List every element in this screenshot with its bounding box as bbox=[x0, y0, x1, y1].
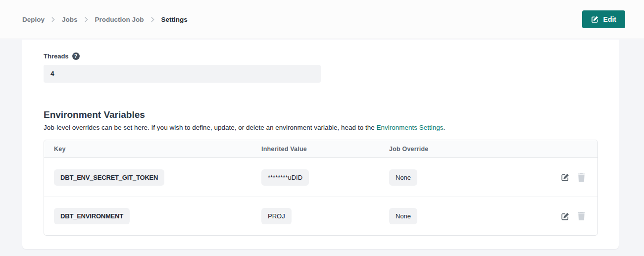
threads-label: Threads bbox=[44, 52, 69, 60]
inherited-value-chip: PROJ bbox=[261, 208, 292, 224]
chevron-right-icon bbox=[51, 17, 55, 22]
environment-variables-title: Environment Variables bbox=[44, 109, 619, 120]
top-header-bar: Deploy Jobs Production Job Settings Edit bbox=[0, 0, 644, 39]
description-period: . bbox=[444, 124, 446, 131]
column-header-job-override: Job Override bbox=[389, 146, 533, 153]
trash-icon bbox=[577, 173, 586, 182]
job-override-chip: None bbox=[389, 169, 417, 186]
row-edit-button[interactable] bbox=[561, 212, 570, 221]
table-row: DBT_ENV_SECRET_GIT_TOKEN ********uDID No… bbox=[44, 158, 597, 197]
breadcrumb-item-jobs[interactable]: Jobs bbox=[62, 16, 78, 23]
job-override-chip: None bbox=[389, 208, 417, 224]
table-row: DBT_ENVIRONMENT PROJ None bbox=[44, 197, 597, 235]
trash-icon bbox=[577, 212, 586, 220]
row-edit-button[interactable] bbox=[561, 173, 570, 182]
edit-button[interactable]: Edit bbox=[582, 10, 625, 28]
env-vars-table: Key Inherited Value Job Override DBT_ENV… bbox=[44, 140, 598, 236]
breadcrumb-item-deploy[interactable]: Deploy bbox=[22, 16, 45, 23]
row-delete-button[interactable] bbox=[577, 212, 586, 220]
edit-pencil-icon bbox=[561, 173, 570, 182]
row-delete-button[interactable] bbox=[577, 173, 586, 182]
description-text: Job-level overrides can be set here. If … bbox=[44, 124, 376, 131]
column-header-key: Key bbox=[54, 146, 261, 153]
chevron-right-icon bbox=[151, 17, 154, 22]
breadcrumb-item-production-job[interactable]: Production Job bbox=[95, 16, 144, 23]
chevron-right-icon bbox=[85, 17, 88, 22]
edit-button-label: Edit bbox=[603, 15, 616, 23]
breadcrumb: Deploy Jobs Production Job Settings bbox=[22, 16, 188, 23]
env-var-key-chip: DBT_ENV_SECRET_GIT_TOKEN bbox=[54, 169, 164, 186]
column-header-inherited-value: Inherited Value bbox=[261, 146, 389, 153]
env-var-key-chip: DBT_ENVIRONMENT bbox=[54, 208, 130, 224]
breadcrumb-item-settings: Settings bbox=[161, 16, 188, 23]
edit-pencil-icon bbox=[591, 15, 599, 23]
question-circle-icon[interactable]: ? bbox=[72, 52, 80, 60]
inherited-value-chip: ********uDID bbox=[261, 169, 309, 186]
edit-pencil-icon bbox=[561, 212, 570, 221]
settings-panel: Threads ? 4 Environment Variables Job-le… bbox=[22, 40, 619, 249]
environment-variables-description: Job-level overrides can be set here. If … bbox=[44, 124, 619, 131]
threads-field: 4 bbox=[44, 65, 321, 83]
table-header-row: Key Inherited Value Job Override bbox=[44, 140, 597, 158]
environments-settings-link[interactable]: Environments Settings bbox=[376, 124, 443, 131]
